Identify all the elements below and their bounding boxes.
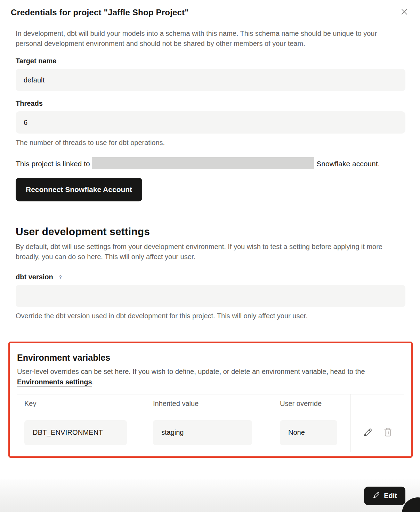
user-development-settings-description: By default, dbt will use settings from y… [16, 242, 405, 262]
dbt-version-helper-text: Override the dbt version used in dbt dev… [16, 312, 405, 320]
modal-footer: Edit [0, 479, 420, 512]
environment-variables-heading: Environment variables [17, 353, 404, 363]
modal-body: In development, dbt will build your mode… [0, 25, 420, 479]
edit-row-button[interactable] [362, 426, 373, 439]
help-icon[interactable]: ? [56, 273, 64, 281]
dbt-version-label: dbt version [16, 273, 53, 281]
pencil-icon [363, 427, 373, 438]
env-var-inherited-value: staging [153, 420, 252, 445]
linked-account-text: This project is linked to Snowflake acco… [16, 157, 405, 170]
target-name-label: Target name [16, 57, 405, 65]
edit-button[interactable]: Edit [364, 487, 405, 505]
threads-helper-text: The number of threads to use for dbt ope… [16, 139, 405, 147]
row-actions-cell [350, 413, 404, 452]
dbt-version-input[interactable] [16, 285, 405, 307]
environment-variables-table: Key Inherited value User override DBT_EN… [17, 394, 404, 452]
schema-description-text: In development, dbt will build your mode… [16, 29, 405, 49]
env-var-key-value: DBT_ENVIRONMENT [24, 420, 127, 445]
modal-title: Credentials for project "Jaffle Shop Pro… [11, 8, 189, 17]
threads-label: Threads [16, 99, 405, 107]
delete-row-button[interactable] [382, 426, 393, 439]
environment-variables-description: User-level overrides can be set here. If… [17, 366, 404, 387]
table-row: DBT_ENVIRONMENT staging None [17, 413, 404, 452]
trash-icon [383, 427, 393, 438]
env-desc-before-link: User-level overrides can be set here. If… [17, 368, 365, 375]
modal-header: Credentials for project "Jaffle Shop Pro… [0, 0, 420, 25]
linked-account-prefix: This project is linked to [16, 160, 90, 168]
svg-text:?: ? [59, 274, 62, 280]
redacted-account-name [92, 157, 314, 169]
column-header-actions [350, 394, 404, 413]
edit-button-label: Edit [384, 492, 397, 500]
column-header-key: Key [17, 400, 146, 408]
column-header-user-override: User override [273, 400, 350, 408]
env-desc-after-link: . [92, 378, 94, 386]
user-development-settings-heading: User development settings [16, 226, 405, 238]
edit-pencil-icon [372, 491, 380, 501]
close-button[interactable] [398, 7, 410, 18]
reconnect-snowflake-button[interactable]: Reconnect Snowflake Account [16, 178, 142, 201]
close-icon [399, 7, 409, 18]
threads-input[interactable] [16, 111, 405, 134]
table-header-row: Key Inherited value User override [17, 394, 404, 413]
linked-account-suffix: Snowflake account. [316, 160, 380, 168]
column-header-inherited-value: Inherited value [146, 400, 273, 408]
environments-settings-link[interactable]: Environments settings [17, 378, 92, 386]
reconnect-snowflake-label: Reconnect Snowflake Account [26, 185, 132, 194]
environment-variables-highlighted-section: Environment variables User-level overrid… [8, 342, 413, 458]
env-var-user-override-value: None [280, 420, 337, 445]
target-name-input[interactable] [16, 69, 405, 91]
